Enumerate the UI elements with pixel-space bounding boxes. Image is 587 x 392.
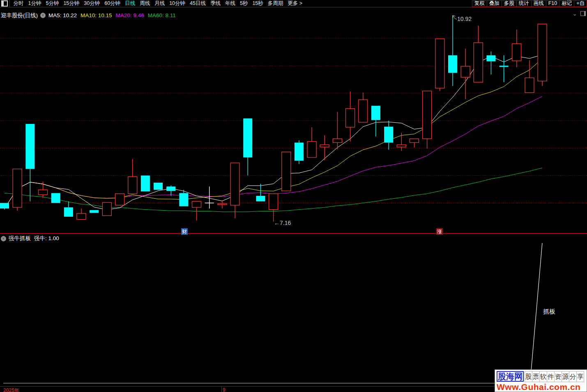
watermark-tagline-char: 源 [562,371,569,382]
candle [77,209,86,220]
candle [320,135,329,160]
period-tab-分时[interactable]: 分时 [11,0,26,7]
period-tab-15分钟[interactable]: 15分钟 [61,0,82,7]
watermark-url: Www.Guhai.com.cn [497,382,585,392]
period-tab-月线[interactable]: 月线 [152,0,167,7]
toolbar-button-多股[interactable]: 多股 [502,0,517,7]
watermark-tagline-char: 享 [576,371,584,382]
watermark-tagline: 股票软件资源分享 [525,371,584,382]
period-tab-年线[interactable]: 年线 [223,0,237,7]
watermark-tagline-char: 分 [569,371,577,382]
candle [282,152,291,191]
signal-line [531,243,542,371]
watermark-tagline-char: 股 [525,371,532,382]
low-price-annotation: ←7.16 [274,220,291,226]
toolbar-button-F10[interactable]: F10 [546,0,560,7]
candle [269,194,278,222]
candle [435,39,444,91]
candle [371,106,380,137]
event-badge-财[interactable]: 财 [181,228,188,235]
candle [154,183,163,190]
period-tab-30分钟[interactable]: 30分钟 [82,0,102,7]
toolbar-button-标记[interactable]: 标记 [559,0,574,7]
candle [359,93,368,122]
period-tab-60分钟[interactable]: 60分钟 [102,0,123,7]
candle [90,210,99,213]
candle [307,127,316,158]
period-tab-更多[interactable]: 更多 > [285,0,305,7]
high-price-annotation: 10.92 [457,16,472,22]
period-tab-15秒[interactable]: 15秒 [250,0,265,7]
candle [538,24,547,86]
period-tab-日线[interactable]: 日线 [123,0,138,7]
candle [102,202,111,215]
candle [64,202,73,217]
period-tab-季线[interactable]: 季线 [208,0,223,7]
candle [423,91,432,149]
candle [243,119,252,176]
period-tab-5分钟[interactable]: 5分钟 [44,0,61,7]
candle [115,194,124,205]
watermark-tagline-char: 件 [547,371,555,382]
toolbar-button-画线[interactable]: 画线 [531,0,546,7]
watermark: 股海网 股票软件资源分享 Www.Guhai.com.cn [495,369,587,392]
candle [461,49,470,99]
top-toolbar: 分时1分钟5分钟15分钟30分钟60分钟日线周线月线10分钟45日线季线年线5秒… [0,0,587,7]
candle [474,25,483,82]
toolbar-button-统计[interactable]: 统计 [516,0,532,7]
watermark-tagline-char: 软 [539,371,547,382]
candle [295,140,304,164]
watermark-tagline-char: 票 [532,371,540,382]
candle [333,112,342,149]
main-kline-chart[interactable]: 10.92←7.16 [0,7,587,234]
period-tab-5秒[interactable]: 5秒 [237,0,250,7]
window-layout-icon[interactable] [1,0,8,7]
candle [39,181,48,198]
candle [448,15,457,86]
candle [25,124,35,202]
candle [166,186,175,196]
period-tab-45日线[interactable]: 45日线 [188,0,208,7]
candle [0,203,9,210]
candle [512,30,521,67]
candle [384,121,393,150]
indicator-chart[interactable] [0,242,587,383]
candle [525,60,534,93]
candle [128,159,137,194]
axis-month-tick [221,386,222,392]
axis-month-label: 9 [223,387,226,392]
toolbar-right-buttons: 复权叠加多股统计画线F10标记+自 [472,0,587,7]
panel-divider[interactable] [0,233,587,234]
indicator-value: 强牛: 1.00 [34,235,59,242]
period-tab-多周期[interactable]: 多周期 [265,0,285,7]
candle [51,193,60,203]
candle [486,51,495,74]
candle [230,163,239,218]
collapse-indicator-icon[interactable]: ˅ [1,236,6,241]
candle [141,176,150,192]
toolbar-button-复权[interactable]: 复权 [472,0,487,7]
toolbar-button-自[interactable]: +自 [574,0,587,7]
toolbar-button-叠加[interactable]: 叠加 [487,0,502,7]
candle [13,169,22,211]
candle [256,184,265,202]
signal-label: 抓板 [543,308,555,316]
axis-year-label: 2025年 [3,387,19,392]
period-tab-10分钟[interactable]: 10分钟 [167,0,188,7]
period-tab-周线[interactable]: 周线 [138,0,152,7]
candle [346,92,355,142]
event-badge-涨[interactable]: 涨 [436,228,443,235]
toolbar-separator [9,0,10,7]
watermark-site-name: 股海网 [497,371,524,382]
candle [410,139,419,147]
candle [218,200,227,209]
candle [500,55,509,83]
indicator-name: 强牛抓板 [9,235,31,242]
period-tab-1分钟[interactable]: 1分钟 [26,0,44,7]
period-tabs: 分时1分钟5分钟15分钟30分钟60分钟日线周线月线10分钟45日线季线年线5秒… [11,0,305,7]
subpanel-header: ˅ 强牛抓板 强牛: 1.00 [1,235,59,242]
watermark-tagline-char: 资 [554,371,562,382]
